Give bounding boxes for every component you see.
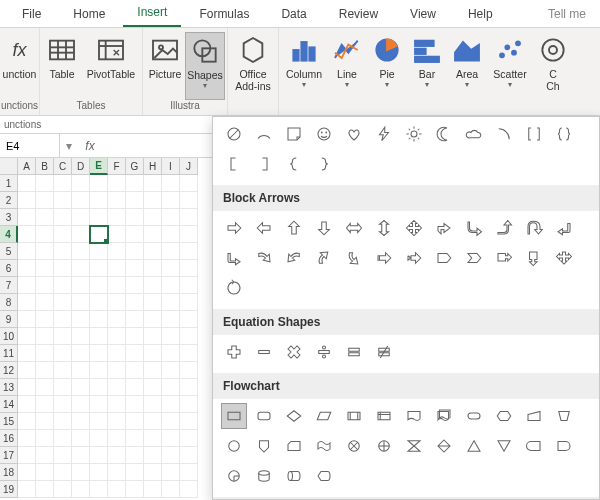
cell[interactable] — [144, 209, 162, 226]
row-header[interactable]: 4 — [0, 226, 18, 243]
cell[interactable] — [180, 328, 198, 345]
shape-bolt[interactable] — [371, 121, 397, 147]
cell[interactable] — [36, 277, 54, 294]
cell[interactable] — [144, 277, 162, 294]
cell[interactable] — [72, 243, 90, 260]
cell[interactable] — [144, 243, 162, 260]
shape-aquad[interactable] — [401, 215, 427, 241]
pie-chart-button[interactable]: Pie▾ — [367, 32, 407, 100]
row-header[interactable]: 15 — [0, 413, 18, 430]
column-header[interactable]: D — [72, 158, 90, 175]
cell[interactable] — [18, 481, 36, 498]
shape-fcard[interactable] — [281, 433, 307, 459]
row-header[interactable]: 18 — [0, 464, 18, 481]
cell[interactable] — [18, 396, 36, 413]
cell[interactable] — [18, 362, 36, 379]
cell[interactable] — [72, 294, 90, 311]
cell[interactable] — [90, 430, 108, 447]
shape-fdoc[interactable] — [401, 403, 427, 429]
shape-fseq[interactable] — [221, 463, 247, 489]
cell[interactable] — [90, 396, 108, 413]
cell[interactable] — [36, 396, 54, 413]
cell[interactable] — [36, 175, 54, 192]
cell[interactable] — [90, 481, 108, 498]
cell[interactable] — [36, 192, 54, 209]
cell[interactable] — [36, 464, 54, 481]
cell[interactable] — [54, 396, 72, 413]
cell[interactable] — [144, 328, 162, 345]
shape-aretr[interactable] — [221, 245, 247, 271]
column-header[interactable]: H — [144, 158, 162, 175]
shape-lbracket[interactable] — [221, 151, 247, 177]
shape-achev[interactable] — [461, 245, 487, 271]
cell[interactable] — [90, 226, 108, 243]
cell[interactable] — [72, 345, 90, 362]
cell[interactable] — [126, 328, 144, 345]
cell[interactable] — [90, 277, 108, 294]
cell[interactable] — [180, 277, 198, 294]
cell[interactable] — [18, 328, 36, 345]
shape-aud[interactable] — [371, 215, 397, 241]
shape-fdata[interactable] — [311, 403, 337, 429]
shape-abendr[interactable] — [461, 215, 487, 241]
shape-abendu[interactable] — [491, 215, 517, 241]
cell[interactable] — [54, 175, 72, 192]
shape-fdisp[interactable] — [311, 463, 337, 489]
cell[interactable] — [54, 226, 72, 243]
cell[interactable] — [108, 379, 126, 396]
shapes-button[interactable]: Shapes ▾ — [185, 32, 225, 100]
shape-fmanop[interactable] — [551, 403, 577, 429]
cell[interactable] — [54, 362, 72, 379]
cell[interactable] — [162, 447, 180, 464]
shape-rbrace[interactable] — [311, 151, 337, 177]
shape-dblbrace[interactable] — [551, 121, 577, 147]
shape-fpredef[interactable] — [341, 403, 367, 429]
cell[interactable] — [90, 362, 108, 379]
shape-fextr[interactable] — [461, 433, 487, 459]
cell[interactable] — [108, 413, 126, 430]
cell[interactable] — [36, 481, 54, 498]
insert-function-button[interactable]: fx unction — [0, 32, 40, 100]
cell[interactable] — [90, 192, 108, 209]
shape-cloud[interactable] — [461, 121, 487, 147]
shape-alur[interactable] — [431, 215, 457, 241]
cell[interactable] — [108, 481, 126, 498]
shape-heart[interactable] — [341, 121, 367, 147]
cell[interactable] — [126, 447, 144, 464]
shape-apent[interactable] — [431, 245, 457, 271]
shape-aright[interactable] — [221, 215, 247, 241]
row-header[interactable]: 2 — [0, 192, 18, 209]
column-header[interactable]: J — [180, 158, 198, 175]
cell[interactable] — [126, 277, 144, 294]
cell[interactable] — [18, 379, 36, 396]
shape-aretl[interactable] — [551, 215, 577, 241]
cell[interactable] — [180, 294, 198, 311]
cell[interactable] — [72, 226, 90, 243]
cell[interactable] — [180, 209, 198, 226]
cell[interactable] — [72, 413, 90, 430]
shape-falt[interactable] — [251, 403, 277, 429]
cell[interactable] — [126, 362, 144, 379]
shape-fdelay[interactable] — [551, 433, 577, 459]
column-header[interactable]: F — [108, 158, 126, 175]
shape-plus[interactable] — [221, 339, 247, 365]
row-header[interactable]: 6 — [0, 260, 18, 277]
cell[interactable] — [72, 447, 90, 464]
shape-arc2[interactable] — [491, 121, 517, 147]
cell[interactable] — [162, 243, 180, 260]
cell[interactable] — [180, 396, 198, 413]
cell[interactable] — [144, 481, 162, 498]
cell[interactable] — [18, 345, 36, 362]
cell[interactable] — [180, 226, 198, 243]
cell[interactable] — [162, 192, 180, 209]
cell[interactable] — [144, 192, 162, 209]
cell[interactable] — [126, 430, 144, 447]
cell[interactable] — [72, 362, 90, 379]
cell[interactable] — [54, 243, 72, 260]
namebox-dropdown-icon[interactable]: ▾ — [60, 139, 78, 153]
cell[interactable] — [36, 294, 54, 311]
cell[interactable] — [90, 311, 108, 328]
shape-auturn[interactable] — [521, 215, 547, 241]
cell[interactable] — [72, 464, 90, 481]
cell[interactable] — [162, 362, 180, 379]
